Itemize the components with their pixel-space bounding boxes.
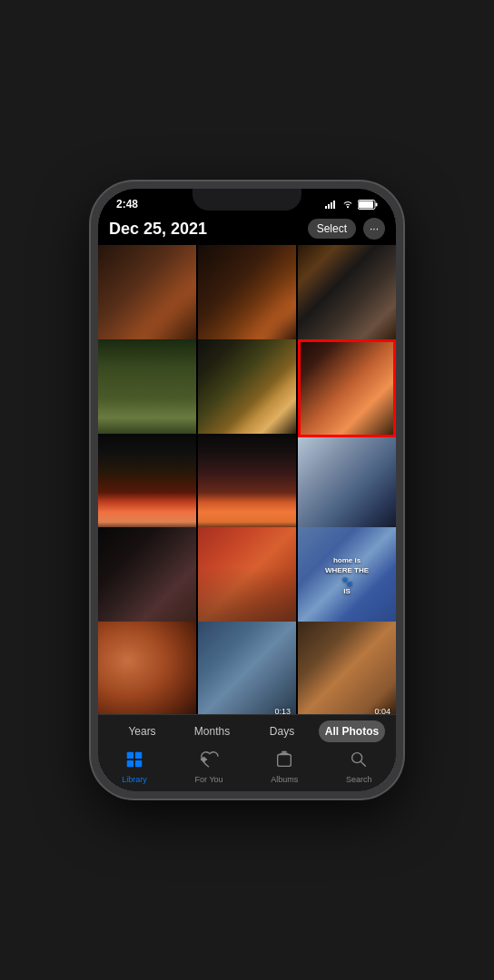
home-text: home is WHERE THE 🐾 IS <box>325 556 369 596</box>
photo-cell[interactable] <box>198 527 296 625</box>
screen: 2:48 <box>98 189 396 791</box>
photo-cell[interactable] <box>298 434 396 532</box>
nav-label-foryou: For You <box>195 775 223 784</box>
svg-rect-9 <box>135 752 142 759</box>
select-button[interactable]: Select <box>308 219 356 239</box>
tab-all-photos[interactable]: All Photos <box>319 720 385 742</box>
phone-frame: 2:48 <box>91 181 403 799</box>
tab-days[interactable]: Days <box>249 720 315 742</box>
status-time: 2:48 <box>116 198 138 211</box>
status-icons <box>325 200 378 210</box>
svg-rect-0 <box>325 206 327 209</box>
nav-label-library: Library <box>122 775 147 784</box>
header-actions: Select ··· <box>308 218 385 240</box>
signal-icon <box>325 200 338 209</box>
photo-grid: home is WHERE THE 🐾 IS 0:13 0:04 <box>98 245 396 714</box>
svg-rect-3 <box>333 201 335 209</box>
svg-rect-7 <box>376 202 378 206</box>
photo-cell[interactable] <box>198 434 296 532</box>
nav-tab-albums[interactable]: Albums <box>263 750 305 784</box>
photo-cell[interactable] <box>198 339 296 437</box>
photo-cell[interactable] <box>298 245 396 343</box>
photo-cell[interactable] <box>98 622 196 714</box>
svg-rect-16 <box>282 751 288 753</box>
search-icon <box>349 750 369 773</box>
photo-cell[interactable] <box>98 339 196 437</box>
more-button[interactable]: ··· <box>363 218 385 240</box>
svg-point-4 <box>347 206 349 208</box>
battery-icon <box>358 200 378 210</box>
time-tabs: Years Months Days All Photos <box>98 720 396 742</box>
photo-cell[interactable]: 0:04 <box>298 622 396 714</box>
wifi-icon <box>341 200 354 209</box>
nav-tab-foryou[interactable]: For You <box>188 750 231 784</box>
svg-rect-6 <box>359 201 373 208</box>
video-duration: 0:13 <box>274 707 291 714</box>
photo-cell[interactable] <box>198 245 296 343</box>
bottom-tabs: Years Months Days All Photos Librar <box>98 714 396 791</box>
photo-cell[interactable] <box>98 434 196 532</box>
photo-cell[interactable] <box>98 527 196 625</box>
albums-icon <box>274 750 294 773</box>
svg-rect-10 <box>127 760 133 767</box>
nav-tab-search[interactable]: Search <box>339 750 380 784</box>
photo-header: Dec 25, 2021 Select ··· <box>98 214 396 245</box>
svg-rect-2 <box>331 202 332 209</box>
photo-cell[interactable] <box>98 245 196 343</box>
nav-label-albums: Albums <box>271 775 298 784</box>
tab-years[interactable]: Years <box>109 720 175 742</box>
photo-date: Dec 25, 2021 <box>109 220 207 239</box>
svg-rect-15 <box>281 753 289 755</box>
svg-rect-11 <box>135 760 142 767</box>
status-bar: 2:48 <box>98 189 396 214</box>
nav-tab-library[interactable]: Library <box>114 750 154 784</box>
nav-label-search: Search <box>346 775 372 784</box>
photo-cell[interactable]: home is WHERE THE 🐾 IS <box>298 527 396 625</box>
tab-months[interactable]: Months <box>179 720 245 742</box>
svg-rect-1 <box>328 204 330 209</box>
video-duration: 0:04 <box>374 707 390 714</box>
svg-rect-8 <box>127 752 133 759</box>
nav-tabs: Library For You <box>98 750 396 784</box>
library-icon <box>124 750 144 773</box>
foryou-icon <box>199 750 219 773</box>
svg-rect-13 <box>203 757 206 762</box>
svg-rect-14 <box>278 755 291 767</box>
svg-point-17 <box>352 753 362 763</box>
photo-cell-highlighted[interactable] <box>298 339 396 437</box>
photo-cell[interactable]: 0:13 <box>198 622 296 714</box>
